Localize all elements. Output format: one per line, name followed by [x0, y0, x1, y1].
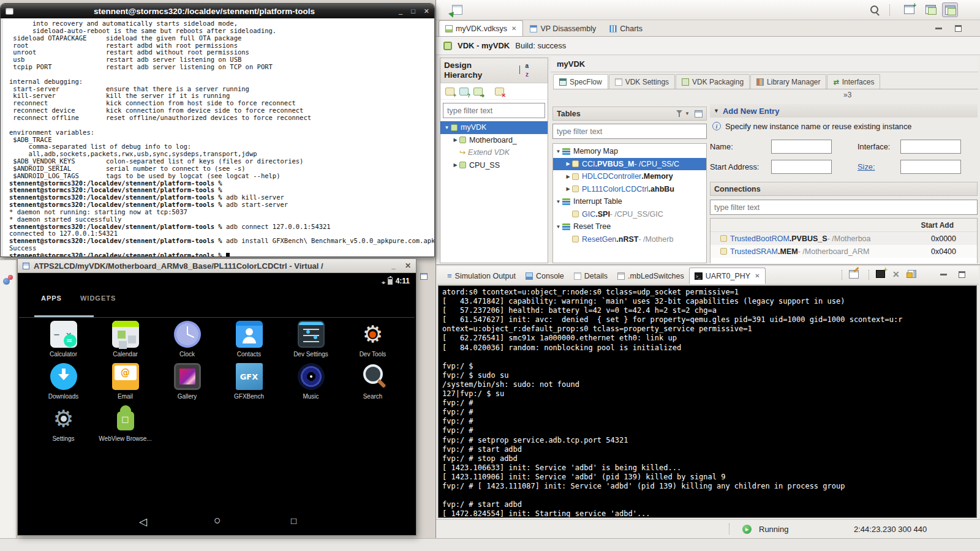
app-gfxbench[interactable]: GFXGFXBench [218, 363, 280, 400]
table-entry-gic[interactable]: GIC.SPI - /CPU_SS/GIC [553, 208, 706, 221]
pin-console-icon[interactable] [849, 270, 859, 279]
connection-row-trustedbootrom[interactable]: TrustedBootROM.PVBUS_S - /Motherboa0x000… [710, 232, 977, 245]
app-contacts[interactable]: Contacts [218, 321, 280, 358]
debug-view-icon[interactable] [3, 275, 13, 285]
app-dev-settings[interactable]: Dev Settings [280, 321, 342, 358]
app-dev-tools[interactable]: ⚙Dev Tools [342, 321, 404, 358]
new-wizard-icon[interactable] [452, 5, 462, 15]
home-icon[interactable] [214, 514, 221, 527]
open-perspective-icon[interactable] [904, 5, 914, 14]
close-tab-icon[interactable]: ✕ [511, 25, 516, 32]
simout-icon: ≡ [447, 272, 452, 280]
tab-mbledswitches[interactable]: .mbLedSwitches [612, 268, 689, 284]
minimize-console-icon[interactable] [940, 274, 947, 276]
design-tree-item-cpu-ss[interactable]: ▶CPU_SS [440, 159, 548, 172]
start-address-column-header[interactable]: Start Add [710, 219, 977, 232]
new-component-icon[interactable] [445, 88, 454, 96]
tab-charts[interactable]: Charts [603, 20, 649, 36]
sort-az-icon[interactable] [518, 64, 529, 77]
toolbar-overflow-indicator[interactable]: »3 [843, 91, 851, 99]
add-new-entry-header[interactable]: ▼Add New Entry [710, 104, 978, 118]
emulator-titlebar[interactable]: ATPS2LCD/myVDK/Motherboard_ARMv8_Base/PL… [18, 259, 416, 273]
scroll-lock-icon[interactable] [908, 270, 916, 278]
size-link[interactable]: Size: [858, 162, 875, 171]
maximize-editor-icon[interactable] [955, 25, 962, 32]
terminal-scrollbar-thumb[interactable] [1, 248, 3, 255]
connection-row-trustedsram[interactable]: TrustedSRAM.MEM - /Motherboard_ARM0x0400 [710, 245, 977, 258]
console-line: 127|fvp:/ $ su [442, 389, 976, 399]
terminal-minimize-button[interactable]: _ [399, 7, 402, 15]
maximize-console-icon[interactable] [959, 271, 965, 278]
connections-filter-input[interactable] [710, 200, 978, 215]
uart-icon: >_ [695, 272, 703, 280]
terminal-close-button[interactable]: ✕ [424, 7, 429, 15]
chevron-down-icon[interactable]: ▼ [685, 111, 690, 116]
myvdk-tab-bar: SpecFlowVDK SettingsVDK PackagingLibrary… [553, 74, 978, 89]
tab-console[interactable]: Console [521, 268, 569, 284]
table-entry-cci[interactable]: ▶CCI.PVBUS_M - /CPU_SS/C [553, 158, 706, 171]
table-entry-pl111colorlcdctrl[interactable]: ▶PL111ColorLCDCtrl.ahbBu [553, 183, 706, 196]
tables-filter-input[interactable] [552, 124, 707, 139]
design-perspective-icon[interactable] [925, 5, 936, 14]
app-clock[interactable]: Clock [156, 321, 218, 358]
open-console-icon[interactable] [876, 270, 885, 278]
collapse-all-icon[interactable] [695, 110, 703, 118]
design-tree-item-motherboard[interactable]: ▶Motherboard_ [440, 134, 548, 147]
table-group-reset-tree[interactable]: ▼Reset Tree [553, 220, 706, 233]
app-gallery[interactable]: Gallery [156, 363, 218, 400]
interface-input[interactable] [900, 140, 961, 154]
import-component-icon[interactable] [473, 88, 483, 96]
table-entry-resetgen[interactable]: ResetGen.nRST - /Motherb [553, 233, 706, 246]
table-group-interrupt-table[interactable]: ▼Interrupt Table [553, 195, 706, 208]
tab-interfaces[interactable]: ⇄Interfaces [827, 74, 880, 89]
launcher-tab-apps[interactable]: APPS [41, 294, 62, 302]
tab-vdk-packaging[interactable]: VDK Packaging [676, 74, 750, 89]
remove-component-icon[interactable] [495, 88, 504, 96]
search-icon[interactable] [870, 5, 880, 15]
console-line: ontext=u:object_r:default_prop:s0 tclass… [442, 324, 976, 334]
emulator-close-button[interactable]: ✕ [405, 261, 411, 270]
tab-vp-disassembly[interactable]: VP Disassembly [523, 20, 603, 36]
terminal-line [9, 71, 434, 78]
tab-vdk-settings[interactable]: VDK Settings [609, 74, 675, 89]
app-calculator[interactable]: − ×Calculator [32, 321, 94, 358]
design-tree-item-extend-vdk[interactable]: ↪Extend VDK [440, 146, 548, 159]
app-downloads[interactable]: Downloads [32, 363, 94, 400]
design-tree-item-myvdk[interactable]: ▼myVDK [440, 121, 548, 134]
tab-specflow[interactable]: SpecFlow [553, 74, 608, 89]
app-music[interactable]: Music [280, 363, 342, 400]
app-search[interactable]: Search [342, 363, 404, 400]
close-tab-icon[interactable]: ✕ [755, 272, 760, 279]
emulator-minimize-button[interactable]: _ [391, 261, 396, 270]
terminal-maximize-button[interactable]: □ [411, 7, 415, 15]
tab-myvdk-vdksys[interactable]: myVDK.vdksys✕ [439, 20, 523, 36]
name-input[interactable] [771, 140, 832, 154]
app-settings[interactable]: ⚙Settings [32, 405, 94, 442]
app-label: Clock [179, 351, 195, 358]
app-email[interactable]: @Email [94, 363, 156, 400]
console-line: [ 43.471842] capability: warning: `main'… [442, 297, 976, 306]
tab-library-manager[interactable]: Library Manager [750, 74, 826, 89]
tab-details[interactable]: Details [569, 268, 612, 284]
tab-uart0-phy[interactable]: >_UART0_PHY✕ [689, 268, 766, 284]
tab-simulation-output[interactable]: ≡Simulation Output [442, 268, 521, 284]
launcher-tab-widgets[interactable]: WIDGETS [80, 294, 116, 302]
start-address-input[interactable] [771, 160, 832, 174]
design-hierarchy-filter-input[interactable] [443, 103, 545, 118]
app-webview[interactable]: □WebView Browse... [94, 405, 156, 442]
app-calendar[interactable]: Calendar [94, 321, 156, 358]
debug-perspective-button[interactable] [942, 2, 958, 17]
size-input[interactable] [900, 160, 961, 174]
minimize-editor-icon[interactable] [935, 28, 942, 29]
query-component-icon[interactable] [459, 88, 469, 96]
uart-console-output[interactable]: atord:s0 tcontext=u:object_r:node:s0 tcl… [438, 285, 977, 518]
terminal-titlebar[interactable]: stennent@stormcs320:/localdev/stennent/p… [1, 4, 434, 18]
filter-funnel-icon[interactable] [676, 110, 684, 118]
table-entry-hdlcdcontroller[interactable]: ▶HDLCDController.Memory [553, 170, 706, 183]
clear-console-icon[interactable]: ✕ [892, 270, 900, 279]
recents-icon[interactable] [291, 515, 296, 526]
back-icon[interactable] [139, 515, 147, 528]
table-group-memory-map[interactable]: ▼Memory Map [553, 145, 706, 158]
launcher-tabs: APPSWIDGETS [41, 294, 116, 302]
terminal-output[interactable]: into recovery and automatically starts s… [1, 18, 434, 257]
